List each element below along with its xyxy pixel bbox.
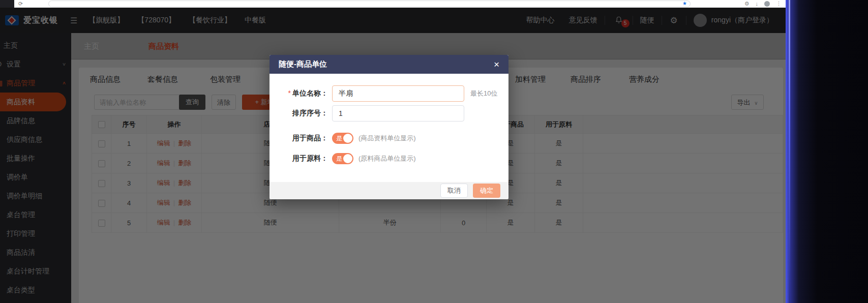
unit-modal: 随便-商品单位 × *单位名称： 最长10位 排序序号： 用于商品： 是 (商品… <box>270 55 508 199</box>
modal-footer: 取消 确定 <box>270 182 508 199</box>
toggle-knob <box>343 134 352 143</box>
unit-name-label: *单位名称： <box>270 89 328 98</box>
for-goods-toggle[interactable]: 是 <box>332 133 353 144</box>
browser-menu-icon[interactable]: ⋮ <box>776 0 782 8</box>
sort-no-input[interactable] <box>332 105 464 122</box>
modal-header: 随便-商品单位 × <box>270 55 508 74</box>
for-material-note: (原料商品单位显示) <box>358 154 416 163</box>
unit-name-input[interactable] <box>332 85 464 102</box>
browser-avatar[interactable] <box>764 1 770 7</box>
for-material-label: 用于原料： <box>270 154 328 163</box>
for-goods-label: 用于商品： <box>270 134 328 143</box>
extensions-icon[interactable]: ⚙ <box>744 0 750 8</box>
reload-icon[interactable]: ⟳ <box>18 0 23 8</box>
sort-no-label: 排序序号： <box>270 109 328 118</box>
desktop-wallpaper <box>786 0 868 303</box>
modal-title: 随便-商品单位 <box>279 59 327 69</box>
address-bar[interactable]: ★ <box>48 1 691 7</box>
modal-body: *单位名称： 最长10位 排序序号： 用于商品： 是 (商品资料单位显示) 用于… <box>270 74 508 164</box>
required-mark: * <box>288 89 291 97</box>
for-goods-note: (商品资料单位显示) <box>358 134 416 143</box>
wallpaper-glow <box>789 0 790 303</box>
bookmark-star-icon[interactable]: ★ <box>682 1 687 6</box>
toggle-on-label: 是 <box>336 133 342 144</box>
close-icon[interactable]: × <box>494 59 499 69</box>
for-material-toggle[interactable]: 是 <box>332 153 353 164</box>
confirm-button[interactable]: 确定 <box>473 184 500 198</box>
toggle-knob <box>343 154 352 163</box>
toggle-on-label: 是 <box>336 153 342 164</box>
browser-chrome: ⟳ ★ ⚙ ↓ ⋮ <box>0 0 786 8</box>
downloads-icon[interactable]: ↓ <box>756 0 759 8</box>
max-length-hint: 最长10位 <box>470 89 497 98</box>
screen: ⟳ ★ ⚙ ↓ ⋮ 爱宝收银 ☰ 【旗舰版】 【728070】 【餐饮行业】 中… <box>0 0 868 303</box>
cancel-button[interactable]: 取消 <box>440 184 468 198</box>
browser-tabstrip-corner <box>0 0 14 8</box>
